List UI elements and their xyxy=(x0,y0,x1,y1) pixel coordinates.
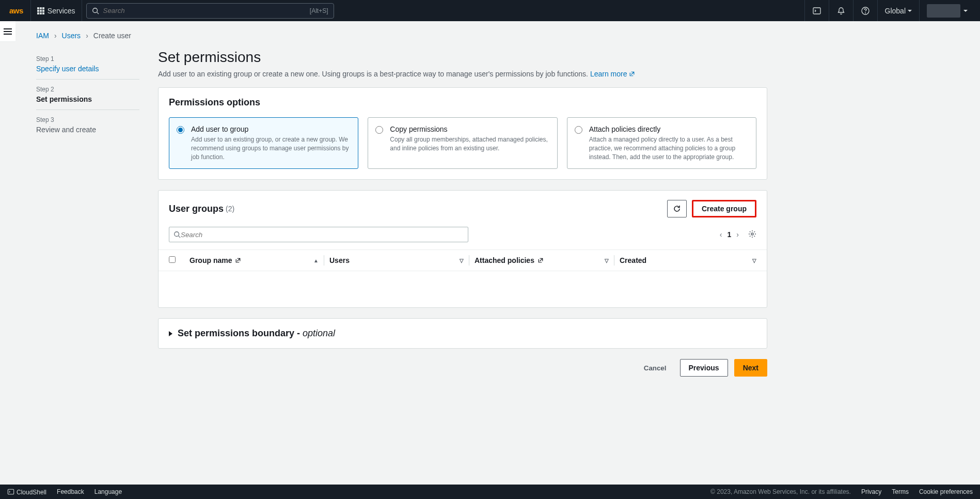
region-selector[interactable]: Global xyxy=(877,0,919,21)
search-shortcut: [Alt+S] xyxy=(310,7,328,14)
search-input[interactable] xyxy=(103,7,310,14)
help-icon[interactable] xyxy=(853,0,877,21)
svg-point-0 xyxy=(92,8,97,12)
search-icon xyxy=(92,7,99,14)
account-menu[interactable] xyxy=(919,0,975,21)
svg-rect-2 xyxy=(813,8,820,14)
services-menu[interactable]: Services xyxy=(30,0,82,21)
svg-point-4 xyxy=(865,12,865,13)
search-bar[interactable]: [Alt+S] xyxy=(86,3,334,19)
svg-line-1 xyxy=(97,12,99,14)
aws-logo[interactable]: aws xyxy=(9,6,23,15)
notifications-icon[interactable] xyxy=(829,0,853,21)
services-label: Services xyxy=(48,7,75,15)
top-nav: aws Services [Alt+S] Global xyxy=(0,0,980,21)
cloudshell-nav-icon[interactable] xyxy=(804,0,829,21)
account-redacted xyxy=(927,4,960,18)
grid-icon xyxy=(37,7,44,14)
